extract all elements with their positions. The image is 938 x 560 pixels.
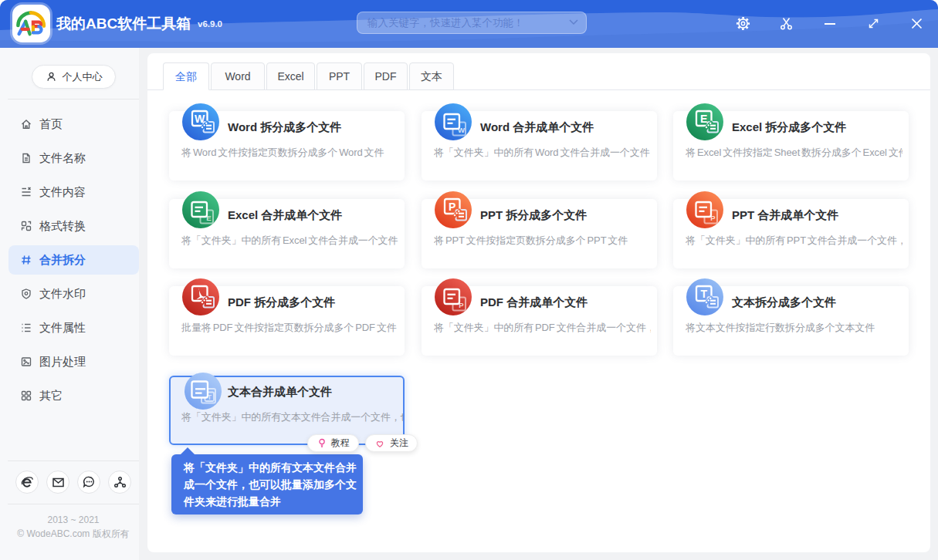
- svg-text:T: T: [700, 288, 707, 300]
- svg-text:E: E: [700, 113, 707, 125]
- svg-text:P: P: [449, 200, 455, 212]
